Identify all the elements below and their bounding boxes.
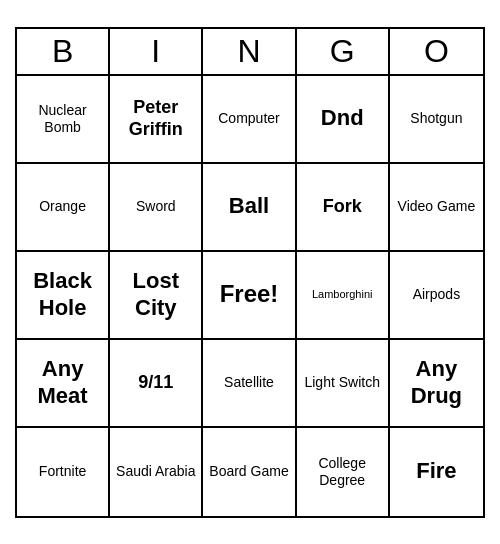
bingo-cell: Board Game [203,428,296,516]
header-letter: I [110,29,203,74]
bingo-cell: Shotgun [390,76,483,164]
bingo-cell: Fire [390,428,483,516]
bingo-cell: Light Switch [297,340,390,428]
bingo-cell: College Degree [297,428,390,516]
header-letter: B [17,29,110,74]
bingo-cell: Peter Griffin [110,76,203,164]
bingo-cell: Any Meat [17,340,110,428]
bingo-cell: Satellite [203,340,296,428]
bingo-grid: Nuclear BombPeter GriffinComputerDndShot… [17,76,483,516]
bingo-cell: Any Drug [390,340,483,428]
bingo-cell: Saudi Arabia [110,428,203,516]
header-letter: N [203,29,296,74]
bingo-cell: Airpods [390,252,483,340]
bingo-cell: Free! [203,252,296,340]
bingo-cell: Fork [297,164,390,252]
bingo-cell: Sword [110,164,203,252]
bingo-cell: Lamborghini [297,252,390,340]
bingo-cell: 9/11 [110,340,203,428]
bingo-card: BINGO Nuclear BombPeter GriffinComputerD… [15,27,485,518]
bingo-cell: Black Hole [17,252,110,340]
bingo-header: BINGO [17,29,483,76]
bingo-cell: Computer [203,76,296,164]
header-letter: O [390,29,483,74]
bingo-cell: Orange [17,164,110,252]
bingo-cell: Nuclear Bomb [17,76,110,164]
bingo-cell: Lost City [110,252,203,340]
header-letter: G [297,29,390,74]
bingo-cell: Dnd [297,76,390,164]
bingo-cell: Fortnite [17,428,110,516]
bingo-cell: Ball [203,164,296,252]
bingo-cell: Video Game [390,164,483,252]
